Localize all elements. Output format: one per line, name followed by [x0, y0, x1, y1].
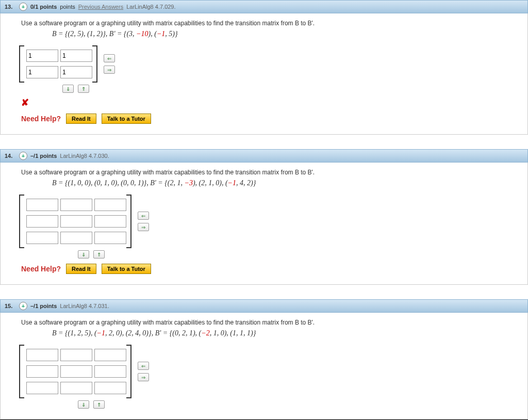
col-nav-arrows: ⇐ ⇒ — [138, 362, 149, 381]
need-help-label: Need Help? — [21, 115, 61, 123]
points-text: 0/1 points — [30, 4, 57, 10]
question-body-15: Use a software program or a graphing uti… — [0, 313, 528, 419]
points-text: –/1 points — [30, 303, 57, 309]
arrow-left-icon[interactable]: ⇐ — [138, 212, 149, 220]
matrix-input-area: ⇐ ⇒ — [21, 195, 519, 248]
matrix-cell[interactable] — [26, 232, 58, 244]
matrix-cell[interactable] — [94, 199, 126, 211]
matrix-cell[interactable] — [26, 199, 58, 211]
arrow-right-icon[interactable]: ⇒ — [138, 223, 149, 231]
matrix-cell[interactable] — [26, 382, 58, 394]
arrow-right-icon[interactable]: ⇒ — [138, 373, 149, 381]
points-label: points — [60, 4, 75, 10]
matrix-cell[interactable] — [94, 382, 126, 394]
matrix-cell[interactable] — [60, 349, 92, 361]
previous-answers-link[interactable]: Previous Answers — [78, 4, 123, 10]
talk-tutor-button[interactable]: Talk to a Tutor — [102, 114, 151, 124]
arrow-left-icon[interactable]: ⇐ — [104, 54, 115, 62]
arrow-up-icon[interactable]: ⇑ — [93, 400, 105, 409]
matrix-cell[interactable] — [26, 349, 58, 361]
matrix-input-area: ⇐ ⇒ — [21, 45, 519, 83]
points-text: –/1 points — [30, 153, 57, 159]
expand-icon[interactable]: + — [19, 302, 27, 310]
question-prompt: Use a software program or a graphing uti… — [21, 169, 519, 176]
help-row: Need Help? Read It Talk to a Tutor — [21, 114, 519, 124]
question-prompt: Use a software program or a graphing uti… — [21, 20, 519, 27]
matrix-cell[interactable] — [94, 365, 126, 378]
row-nav-arrows: ⇓ ⇑ — [78, 250, 519, 259]
question-number: 15. — [5, 303, 16, 309]
expand-icon[interactable]: + — [19, 3, 27, 11]
matrix-cell[interactable] — [26, 365, 58, 378]
matrix-cell[interactable] — [94, 232, 126, 244]
question-header-13: 13. + 0/1 points points Previous Answers… — [0, 0, 528, 13]
matrix-cell[interactable] — [26, 215, 58, 228]
row-nav-arrows: ⇓ ⇑ — [62, 85, 519, 93]
matrix-cell[interactable] — [60, 365, 92, 378]
matrix-3x3 — [21, 345, 129, 398]
read-it-button[interactable]: Read It — [66, 114, 96, 124]
matrix-cell[interactable] — [60, 66, 92, 78]
question-number: 13. — [5, 4, 16, 10]
talk-tutor-button[interactable]: Talk to a Tutor — [102, 264, 151, 274]
matrix-3x3 — [21, 195, 129, 248]
arrow-down-icon[interactable]: ⇓ — [78, 400, 89, 409]
matrix-cell[interactable] — [60, 382, 92, 394]
matrix-cell[interactable] — [94, 349, 126, 361]
matrix-2x2 — [21, 45, 95, 83]
question-ref: LarLinAlg8 4.7.030. — [60, 153, 109, 159]
row-nav-arrows: ⇓ ⇑ — [78, 400, 519, 409]
arrow-right-icon[interactable]: ⇒ — [104, 66, 115, 74]
question-ref: LarLinAlg8 4.7.031. — [60, 303, 109, 309]
col-nav-arrows: ⇐ ⇒ — [104, 54, 115, 74]
matrix-cell[interactable] — [60, 50, 92, 62]
arrow-down-icon[interactable]: ⇓ — [78, 250, 89, 259]
basis-definition: B = {(1, 2, 5), (−1, 2, 0), (2, 4, 0)}, … — [52, 329, 519, 337]
matrix-cell[interactable] — [26, 66, 58, 78]
arrow-up-icon[interactable]: ⇑ — [78, 85, 89, 93]
arrow-left-icon[interactable]: ⇐ — [138, 362, 149, 370]
basis-definition: B = {(1, 0, 0), (0, 1, 0), (0, 0, 1)}, B… — [52, 179, 519, 187]
question-body-14: Use a software program or a graphing uti… — [0, 163, 528, 285]
incorrect-icon: ✘ — [21, 97, 519, 108]
question-number: 14. — [5, 153, 16, 159]
matrix-cell[interactable] — [60, 199, 92, 211]
read-it-button[interactable]: Read It — [66, 264, 96, 274]
basis-definition: B = {(2, 5), (1, 2)}, B' = {(3, −10), (−… — [52, 30, 519, 38]
bracket-left-icon — [19, 195, 24, 248]
help-row: Need Help? Read It Talk to a Tutor — [21, 264, 519, 274]
bracket-left-icon — [19, 45, 24, 83]
question-body-13: Use a software program or a graphing uti… — [0, 13, 528, 135]
expand-icon[interactable]: + — [19, 152, 27, 160]
bracket-right-icon — [126, 195, 131, 248]
arrow-down-icon[interactable]: ⇓ — [62, 85, 74, 93]
bracket-right-icon — [126, 345, 131, 398]
question-header-14: 14. + –/1 points LarLinAlg8 4.7.030. — [0, 149, 528, 163]
arrow-up-icon[interactable]: ⇑ — [93, 250, 105, 259]
bracket-left-icon — [19, 345, 24, 398]
matrix-cell[interactable] — [60, 215, 92, 228]
bracket-right-icon — [92, 45, 97, 83]
question-ref: LarLinAlg8 4.7.029. — [126, 4, 175, 10]
matrix-cell[interactable] — [60, 232, 92, 244]
matrix-cell[interactable] — [26, 50, 58, 62]
need-help-label: Need Help? — [21, 265, 61, 273]
matrix-input-area: ⇐ ⇒ — [21, 345, 519, 398]
matrix-cell[interactable] — [94, 215, 126, 228]
question-prompt: Use a software program or a graphing uti… — [21, 319, 519, 326]
col-nav-arrows: ⇐ ⇒ — [138, 212, 149, 231]
question-header-15: 15. + –/1 points LarLinAlg8 4.7.031. — [0, 299, 528, 313]
